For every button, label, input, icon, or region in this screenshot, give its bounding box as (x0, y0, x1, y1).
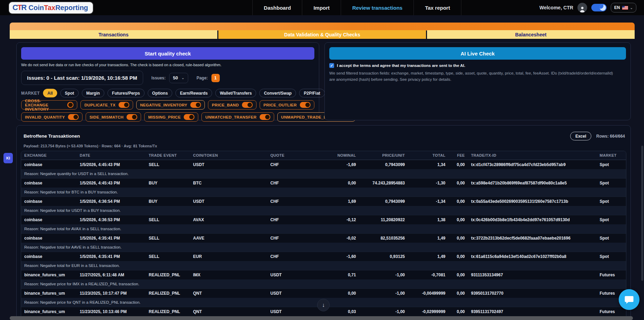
check-toggle-cross-exchange-inventory[interactable]: CROSS-EXCHANGE INVENTORY (21, 100, 77, 110)
market-filter-futures-perps[interactable]: Futures/Perps (107, 89, 145, 97)
tab-data-validation-quality-checks[interactable]: Data Validation & Quality Checks (218, 30, 426, 39)
cell-coin: IMX (190, 270, 267, 279)
horizontal-scrollbar[interactable] (10, 316, 633, 320)
tab-transactions[interactable]: Transactions (10, 30, 217, 39)
toggle-knob (265, 115, 270, 119)
toggle-switch-on[interactable] (67, 102, 74, 108)
page-number-badge[interactable]: 1 (211, 74, 220, 82)
table-row[interactable]: coinbase1/5/2026, 4:45:43 PMBUYBTCCHF0,0… (21, 178, 626, 188)
toggle-switch-on[interactable] (242, 102, 253, 108)
check-toggle-negative-inventory[interactable]: NEGATIVE_INVENTORY (136, 100, 205, 110)
issues-per-page-select[interactable]: 50 ⌄ (169, 73, 188, 83)
cell-quote: USDT (267, 270, 333, 279)
cell-coin: BTC (190, 179, 267, 188)
ki-sidebar-badge[interactable]: KI (3, 153, 13, 163)
check-toggle-invalid-quantity[interactable]: INVALID_QUANTITY (21, 112, 82, 122)
market-filter-earn-rewards[interactable]: Earn/Rewards (175, 89, 212, 97)
table-row[interactable]: coinbase1/5/2026, 4:45:43 PMSELLUSDTCHF-… (21, 160, 626, 169)
cell-date: 1/5/2026, 4:35:41 PM (77, 234, 146, 243)
cell-total: -0,7081 (408, 270, 449, 279)
check-toggle-side-mismatch[interactable]: SIDE_MISMATCH (86, 112, 141, 122)
toggle-switch-on[interactable] (300, 102, 311, 108)
brand-monogram-icon: CTR (12, 3, 26, 12)
market-filter-wallet-transfers[interactable]: Wallet/Transfers (215, 89, 256, 97)
top-nav: CTR CoinTaxReporting DashboardImportRevi… (0, 0, 644, 15)
tab-balancesheet[interactable]: Balancesheet (427, 30, 635, 39)
check-toggle-price-band[interactable]: PRICE_BAND (208, 100, 256, 110)
cell-market: Futures (597, 270, 626, 279)
market-filter-options[interactable]: Options (148, 89, 172, 97)
cell-price: 82,51035256 (359, 234, 408, 243)
user-avatar-icon[interactable] (577, 3, 587, 12)
reason-row: Reason: Negative price for IMX in a REAL… (21, 279, 626, 288)
nav-item-tax-report[interactable]: Tax report (414, 0, 461, 15)
check-toggle-unmatched-transfer[interactable]: UNMATCHED_TRANSFER (201, 112, 274, 122)
scroll-to-bottom-button[interactable]: ↓ (317, 299, 330, 311)
brand-name: CoinTaxReporting (28, 4, 88, 12)
cell-nominal: -1,69 (333, 160, 359, 169)
cell-market: Spot (597, 215, 626, 224)
toggle-switch-on[interactable] (190, 102, 201, 108)
toggle-knob (189, 115, 194, 119)
table-row[interactable]: coinbase1/5/2026, 4:35:41 PMSELLAAVECHF-… (21, 233, 626, 243)
cell-nominal: 0,71 (333, 270, 359, 279)
brand-logo[interactable]: CTR CoinTaxReporting (9, 2, 93, 14)
cell-date: 1/5/2026, 4:36:53 PM (77, 215, 146, 224)
market-filter-convert-swap[interactable]: Convert/Swap (259, 89, 296, 97)
vertical-scrollbar[interactable] (641, 146, 643, 281)
cell-exchange: coinbase (21, 234, 77, 243)
toggle-switch-on[interactable] (119, 102, 129, 108)
start-quality-check-button[interactable]: Start quality check (21, 47, 314, 60)
consent-text: I accept the terms and agree that my tra… (337, 63, 465, 68)
cell-total: -0,02999999 (408, 307, 449, 316)
market-filter-margin[interactable]: Margin (82, 89, 104, 97)
last-scan-status: Issues: 0 - Last scan: 1/19/2026, 10:16:… (21, 71, 143, 85)
cell-nominal: -0,02 (333, 234, 359, 243)
nav-item-review-transactions[interactable]: Review transactions (341, 0, 414, 15)
market-filter-all[interactable]: All (43, 89, 57, 97)
cell-date: 1/5/2026, 4:45:43 PM (77, 160, 146, 169)
toggle-knob (305, 103, 310, 107)
chat-widget-button[interactable] (619, 289, 639, 310)
cell-quote: CHF (267, 234, 333, 243)
check-toggle-price-outlier[interactable]: PRICE_OUTLIER (260, 100, 314, 110)
toggle-switch-on[interactable] (260, 114, 270, 120)
reason-row: Reason: Negative total for EUR in a SELL… (21, 261, 626, 270)
reason-row: Reason: Negative total for AVAX in a SEL… (21, 224, 626, 233)
table-row[interactable]: coinbase1/5/2026, 4:36:53 PMSELLAVAXCHF-… (21, 215, 626, 224)
ai-live-check-button[interactable]: AI Live Check (329, 47, 626, 60)
column-header-market: MARKET (597, 151, 626, 159)
table-row[interactable]: coinbase1/5/2026, 4:36:54 PMBUYUSDTCHF1,… (21, 197, 626, 206)
column-header-event: TRADE EVENT (146, 151, 190, 159)
nav-item-dashboard[interactable]: Dashboard (252, 0, 302, 15)
table-row[interactable]: binance_futures_um11/23/2025, 10:17:47 P… (21, 288, 626, 298)
table-row[interactable]: coinbase1/5/2026, 4:35:41 PMSELLEURCHF-1… (21, 252, 626, 261)
check-label: PRICE_BAND (212, 103, 239, 107)
ai-live-check-panel: AI Live Check ✓ I accept the terms and a… (324, 42, 631, 120)
market-filter-spot[interactable]: Spot (60, 89, 79, 97)
cell-nominal: -1,60 (333, 252, 359, 261)
toggle-switch-on[interactable] (68, 114, 79, 120)
table-row[interactable]: binance_futures_um11/27/2025, 6:11:48 AM… (21, 270, 626, 279)
cell-event: REALIZED_PNL (146, 289, 190, 298)
toggle-switch-on[interactable] (127, 114, 137, 120)
cell-quote: CHF (267, 197, 333, 206)
issues-row: Issues: 0 - Last scan: 1/19/2026, 10:16:… (21, 71, 314, 85)
check-toggle-duplicate-tx[interactable]: DUPLICATE_TX (80, 100, 133, 110)
column-header-coin: COIN/TOKEN (190, 151, 267, 159)
cell-price: 0,93125 (359, 252, 408, 261)
cell-total: -1,30 (408, 179, 449, 188)
cell-exchange: coinbase (21, 179, 77, 188)
check-toggle-missing-price[interactable]: MISSING_PRICE (144, 112, 198, 122)
market-filter-p2p-fiat[interactable]: P2P/Fiat (299, 89, 324, 97)
toggle-switch-on[interactable] (184, 114, 194, 120)
cell-fee: 0,00 (449, 179, 468, 188)
consent-checkbox[interactable]: ✓ (329, 63, 334, 68)
toggle-knob (196, 103, 200, 107)
cell-nominal: 1,69 (333, 197, 359, 206)
column-header-price: PRICE/UNIT (359, 151, 408, 159)
nav-item-import[interactable]: Import (302, 0, 341, 15)
excel-export-button[interactable]: Excel (570, 132, 591, 140)
dark-mode-toggle[interactable] (591, 4, 607, 11)
language-selector[interactable]: EN ⌄ (611, 3, 636, 12)
